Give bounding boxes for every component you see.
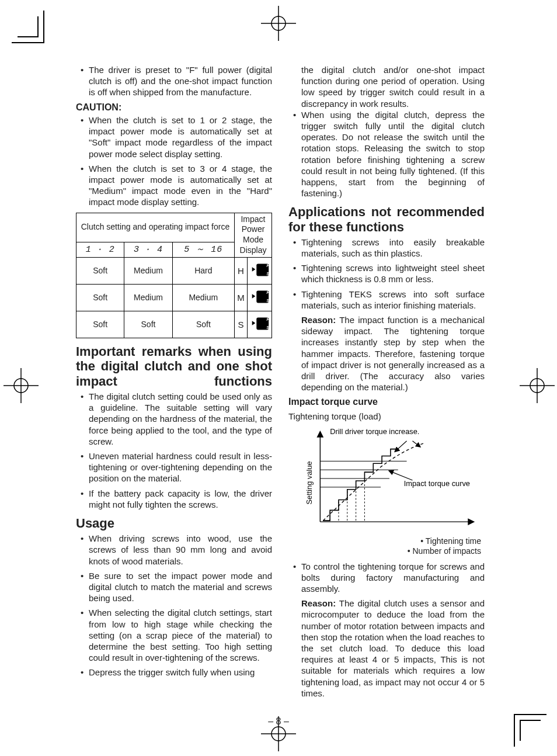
table-cell: Soft bbox=[76, 258, 124, 285]
usage-item: When driving screws into wood, use the s… bbox=[89, 533, 272, 567]
mode-letter: H bbox=[235, 258, 248, 285]
remarks-item: If the battery pack capacity is low, the… bbox=[89, 488, 272, 510]
remarks-heading: Important remarks when using the digital… bbox=[76, 344, 272, 389]
apps-heading: Applications not recommended for these f… bbox=[288, 204, 485, 234]
svg-text:S: S bbox=[266, 326, 269, 330]
caution-item: When the clutch is set to 1 or 2 stage, … bbox=[89, 115, 272, 159]
impact-label: Impact torque curve bbox=[404, 479, 470, 488]
control-item: To control the tightening torque for scr… bbox=[301, 561, 485, 595]
svg-text:S: S bbox=[266, 299, 269, 303]
caution-label: CAUTION: bbox=[76, 102, 272, 113]
svg-text:H: H bbox=[266, 290, 270, 295]
range-cell: 5 ～ 16 bbox=[172, 242, 234, 258]
torque-curve-chart: Drill driver torque increase. Impact tor… bbox=[288, 423, 485, 534]
svg-line-32 bbox=[395, 441, 407, 452]
caution-item: When the clutch is set to 3 or 4 stage, … bbox=[89, 163, 272, 208]
remarks-item: Uneven material hardness could result in… bbox=[89, 450, 272, 484]
apps-item: Tightening TEKS screws into soft surface… bbox=[301, 289, 485, 311]
range-cell: 3 · 4 bbox=[124, 242, 172, 258]
mode-letter: M bbox=[235, 285, 248, 311]
table-cell: Soft bbox=[76, 311, 124, 338]
svg-text:H: H bbox=[266, 317, 270, 322]
drill-label: Drill driver torque increase. bbox=[330, 427, 419, 436]
table-cell: Soft bbox=[124, 311, 172, 338]
usage-cont-item: When using the digital clutch, depress t… bbox=[301, 109, 485, 199]
y-axis-label: Setting value bbox=[305, 461, 314, 504]
axis-note: • Tightening time bbox=[288, 536, 485, 546]
table-cell: Medium bbox=[172, 285, 234, 311]
preset-note: The driver is preset to "F" full power (… bbox=[89, 64, 272, 98]
usage-item: Be sure to set the impact power mode and… bbox=[89, 570, 272, 604]
table-cell: Medium bbox=[124, 285, 172, 311]
table-cell: Hard bbox=[172, 258, 234, 285]
mode-icon-hard: HS bbox=[248, 258, 272, 285]
reason-2: Reason: The digital clutch uses a sensor… bbox=[288, 598, 485, 699]
usage-item: When selecting the digital clutch settin… bbox=[89, 607, 272, 663]
page-number: – 8 – bbox=[0, 716, 557, 727]
mode-letter: S bbox=[235, 311, 248, 338]
usage-heading: Usage bbox=[76, 516, 272, 530]
axis-note: • Number of impacts bbox=[288, 546, 485, 556]
curve-subtitle: Tightening torque (load) bbox=[288, 411, 485, 422]
usage-cont: the digital clutch and/or one-shot impac… bbox=[288, 64, 485, 109]
svg-text:S: S bbox=[266, 272, 269, 276]
table-cell: Soft bbox=[76, 285, 124, 311]
reason-1: Reason: The impact function is a mechani… bbox=[288, 314, 485, 393]
clutch-table: Clutch setting and operating impact forc… bbox=[76, 213, 272, 339]
curve-heading: Impact torque curve bbox=[288, 396, 485, 408]
page-body: The driver is preset to "F" full power (… bbox=[76, 64, 485, 701]
table-header-right: Impact Power Mode Display bbox=[235, 213, 272, 258]
table-header-left: Clutch setting and operating impact forc… bbox=[76, 213, 235, 242]
remarks-item: The digital clutch setting could be used… bbox=[89, 391, 272, 447]
usage-item: Depress the trigger switch fully when us… bbox=[89, 667, 272, 678]
table-cell: Soft bbox=[172, 311, 234, 338]
apps-item: Tightening screws into lightweight steel… bbox=[301, 262, 485, 285]
range-cell: 1 · 2 bbox=[76, 242, 124, 258]
apps-item: Tightening screws into easily breakable … bbox=[301, 237, 485, 259]
svg-text:H: H bbox=[266, 263, 270, 268]
table-cell: Medium bbox=[124, 258, 172, 285]
mode-icon-medium: HS bbox=[248, 285, 272, 311]
mode-icon-soft: HS bbox=[248, 311, 272, 338]
